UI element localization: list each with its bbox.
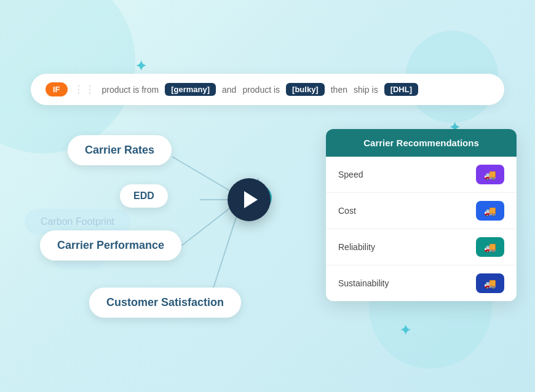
condition1-tag: [germany] xyxy=(165,83,216,96)
reliability-icon-btn[interactable]: 🚚 xyxy=(476,237,504,257)
sustainability-icon-btn[interactable]: 🚚 xyxy=(476,273,504,293)
carrier-performance-pill: Carrier Performance xyxy=(40,230,181,261)
edd-pill: EDD xyxy=(120,184,168,208)
carrier-recommendations-card: Carrier Recommendations Speed 🚚 Cost 🚚 R… xyxy=(326,129,517,301)
play-triangle-icon xyxy=(244,191,258,208)
carrier-card-title: Carrier Recommendations xyxy=(326,129,517,157)
condition1-text: product is from xyxy=(102,85,159,95)
truck-icon-sustainability: 🚚 xyxy=(484,278,496,289)
truck-icon-reliability: 🚚 xyxy=(484,241,496,253)
speed-icon-btn[interactable]: 🚚 xyxy=(476,165,504,184)
action-tag: [DHL] xyxy=(384,83,418,96)
if-badge: IF xyxy=(46,82,68,96)
svg-line-3 xyxy=(209,206,240,301)
customer-satisfaction-pill: Customer Satisfaction xyxy=(89,288,241,318)
svg-line-2 xyxy=(181,203,237,246)
play-button[interactable] xyxy=(228,178,271,221)
cost-icon-btn[interactable]: 🚚 xyxy=(476,201,504,221)
condition2-text: product is xyxy=(242,85,280,95)
truck-icon-cost: 🚚 xyxy=(484,205,496,217)
carrier-row-speed: Speed 🚚 xyxy=(326,157,517,193)
reliability-label: Reliability xyxy=(338,242,375,252)
sustainability-label: Sustainability xyxy=(338,278,389,288)
speed-label: Speed xyxy=(338,170,363,179)
cost-label: Cost xyxy=(338,206,356,216)
and-text: and xyxy=(222,85,236,95)
drag-handle: ⋮⋮ xyxy=(74,84,96,95)
sparkle-1: ✦ xyxy=(135,58,146,74)
condition2-tag: [bulky] xyxy=(286,83,325,96)
then-text: then xyxy=(331,85,347,95)
carrier-card-body: Speed 🚚 Cost 🚚 Reliability 🚚 Sustainabil… xyxy=(326,157,517,301)
sparkle-3: ✦ xyxy=(400,323,411,339)
carrier-row-cost: Cost 🚚 xyxy=(326,193,517,229)
action-text: ship is xyxy=(354,85,378,95)
truck-icon-speed: 🚚 xyxy=(484,169,496,181)
rule-bar: IF ⋮⋮ product is from [germany] and prod… xyxy=(31,74,504,105)
carrier-row-sustainability: Sustainability 🚚 xyxy=(326,265,517,301)
diagram-area: Carbon Footprint CRM Carrier Rates EDD C… xyxy=(18,123,314,369)
carrier-rates-pill: Carrier Rates xyxy=(68,135,172,165)
carrier-row-reliability: Reliability 🚚 xyxy=(326,229,517,265)
